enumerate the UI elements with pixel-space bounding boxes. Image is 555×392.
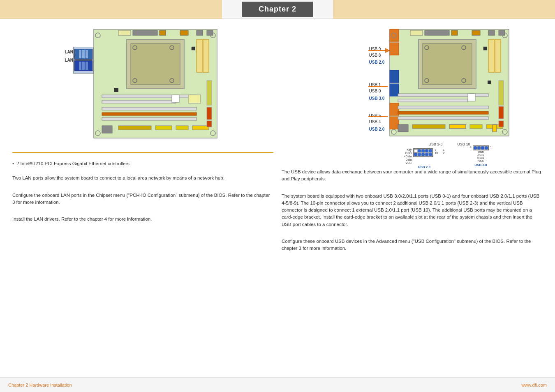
- svg-rect-45: [472, 30, 480, 35]
- svg-rect-43: [425, 30, 449, 35]
- header-accent-right: [333, 0, 555, 19]
- svg-rect-5: [197, 30, 203, 35]
- right-motherboard-svg: [386, 27, 513, 140]
- usb4-label: USB 4: [369, 120, 381, 124]
- svg-rect-80: [499, 106, 504, 119]
- svg-rect-26: [102, 126, 112, 133]
- usb20-connector-label: USB 2.0: [418, 165, 430, 169]
- lan-para2: Configure the onboard LAN ports in the C…: [12, 192, 273, 206]
- page-header: Chapter 2: [0, 0, 555, 19]
- svg-rect-68: [398, 106, 488, 109]
- lan-para3: Install the LAN drivers. Refer to the ch…: [12, 216, 273, 223]
- left-column: LAN 1 LAN 2: [12, 27, 273, 369]
- usb10-num4: 4: [470, 145, 472, 149]
- usb1-label: USB 1: [369, 83, 381, 87]
- svg-rect-44: [451, 30, 458, 35]
- svg-rect-54: [390, 70, 399, 83]
- lan-driver-text: Install the LAN drivers. Refer to the ch…: [12, 214, 273, 227]
- usb10-right-labels: GND -Data +Data VCC: [477, 151, 485, 162]
- svg-rect-31: [172, 95, 179, 102]
- usb10-connector-area: 4 1 GND -Data +Data: [470, 145, 492, 167]
- svg-rect-15: [192, 47, 195, 50]
- svg-rect-27: [118, 126, 151, 130]
- lan-board-diagram: LAN 1 LAN 2: [12, 27, 273, 146]
- page-footer: Chapter 2 Hardware Installation www.dfi.…: [0, 377, 555, 392]
- right-column: USB 9 USB 8 USB 2.0 USB 1 USB 0 USB 3.0 …: [282, 27, 543, 369]
- chapter-title: Chapter 2: [242, 2, 313, 17]
- svg-rect-71: [468, 94, 475, 101]
- svg-rect-42: [410, 30, 423, 35]
- pin-grid-right: [473, 145, 489, 150]
- svg-rect-67: [398, 99, 468, 102]
- svg-rect-30: [192, 126, 209, 130]
- svg-rect-72: [398, 125, 408, 132]
- svg-rect-4: [180, 30, 188, 35]
- svg-rect-55: [390, 84, 399, 96]
- svg-rect-35: [207, 121, 212, 127]
- svg-rect-57: [390, 117, 399, 129]
- svg-rect-58: [488, 39, 494, 72]
- footer-chapter-label: Chapter 2 Hardware Installation: [8, 383, 72, 387]
- svg-rect-14: [203, 39, 209, 72]
- svg-rect-13: [197, 39, 202, 72]
- bullet-text: 2 Intel® I210 PCI Express Gigabit Ethern…: [16, 160, 130, 167]
- usb-description: The USB device allows data exchange betw…: [282, 167, 543, 187]
- svg-rect-21: [102, 100, 176, 103]
- footer-website: www.dfi.com: [521, 383, 547, 387]
- usb10-num1: 1: [490, 145, 492, 149]
- left-divider: [12, 152, 273, 153]
- left-text-section: 2 Intel® I210 PCI Express Gigabit Ethern…: [12, 159, 273, 169]
- pin-labels-left: Key GND +Data -Data VCC: [404, 148, 412, 164]
- svg-rect-25: [102, 118, 197, 120]
- usb-para1: The USB device allows data exchange betw…: [282, 168, 543, 183]
- svg-rect-41: [390, 43, 399, 55]
- lan-description: Two LAN ports allow the system board to …: [12, 173, 273, 186]
- lan-para1: Two LAN ports allow the system board to …: [12, 175, 273, 182]
- pin-grid-left: [413, 148, 433, 157]
- usb0-label: USB 0: [369, 89, 381, 93]
- svg-rect-24: [102, 113, 197, 115]
- usb-board-diagram: USB 9 USB 8 USB 2.0 USB 1 USB 0 USB 3.0 …: [282, 27, 543, 163]
- usb30-label: USB 3.0: [369, 96, 385, 101]
- chapter-title-text: Chapter 2: [259, 5, 296, 13]
- svg-rect-75: [470, 125, 482, 129]
- usb9-label: USB 9: [369, 47, 381, 51]
- header-accent-left: [0, 0, 222, 19]
- svg-rect-32: [114, 88, 118, 92]
- usb20-top-label: USB 2.0: [369, 60, 385, 65]
- left-motherboard-svg: [90, 27, 221, 142]
- usb20-mid-label: USB 2.0: [369, 127, 385, 131]
- usb-para3: Configure these onboard USB devices in t…: [282, 238, 543, 252]
- svg-rect-33: [207, 81, 212, 105]
- svg-rect-23: [102, 107, 197, 110]
- usb-para2: The system board is equipped with two on…: [282, 193, 543, 228]
- svg-rect-29: [176, 126, 188, 130]
- usb20-right-label: USB 2.0: [474, 163, 487, 167]
- svg-rect-70: [398, 117, 488, 120]
- pin-numbers-right: 1 2: [443, 148, 444, 154]
- svg-rect-78: [493, 125, 497, 132]
- svg-rect-60: [483, 47, 487, 50]
- svg-rect-3: [160, 30, 166, 35]
- svg-rect-2: [133, 30, 157, 35]
- svg-rect-73: [412, 125, 445, 129]
- main-content: LAN 1 LAN 2: [0, 19, 555, 377]
- svg-rect-34: [207, 107, 212, 120]
- usb23-label: USB 2-3: [429, 142, 443, 146]
- lan-config-text: Configure the onboard LAN ports in the C…: [12, 190, 273, 210]
- svg-rect-28: [155, 126, 172, 130]
- svg-rect-69: [398, 111, 488, 114]
- usb8-label: USB 8: [369, 53, 381, 58]
- svg-rect-22: [188, 95, 201, 103]
- usb23-connector-area: Key GND +Data -Data VCC: [404, 148, 445, 169]
- svg-rect-77: [449, 125, 466, 129]
- usb-config-text: Configure these onboard USB devices in t…: [282, 236, 543, 256]
- usb10-label: USB 10: [458, 142, 470, 146]
- svg-rect-20: [102, 95, 197, 98]
- svg-rect-61: [488, 81, 491, 84]
- svg-rect-81: [499, 121, 504, 127]
- svg-rect-59: [495, 39, 501, 72]
- usb-details: The system board is equipped with two on…: [282, 191, 543, 232]
- usb5-label: USB 5: [369, 113, 381, 118]
- bullet-intel: 2 Intel® I210 PCI Express Gigabit Ethern…: [12, 160, 273, 167]
